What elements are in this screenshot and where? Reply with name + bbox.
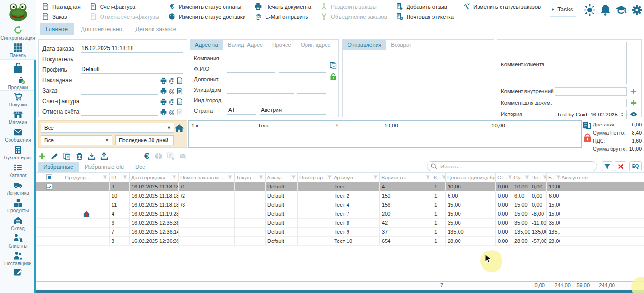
column-filter-icon[interactable] [291, 175, 296, 180]
address-field-input[interactable] [227, 54, 326, 62]
column-header-Цена за единицу бр...[interactable]: Цена за единицу бр... [446, 173, 496, 182]
tasks-button[interactable]: Tasks [550, 4, 576, 17]
column-filter-icon[interactable] [524, 175, 530, 180]
address-field-input[interactable] [227, 65, 275, 73]
column-header-Ст...[interactable]: Ст... [496, 173, 512, 182]
address-field-input[interactable]: AT [227, 107, 256, 115]
email-icon[interactable]: @ [168, 88, 175, 94]
column-filter-icon[interactable] [172, 175, 177, 180]
toolbar-button-printer[interactable]: Печать документа [255, 3, 311, 10]
column-filter-icon[interactable] [258, 175, 264, 180]
column-filter-icon[interactable] [441, 175, 446, 180]
address-tab-Адрес на[interactable]: Адрес на [190, 40, 223, 50]
invoice-list-icon[interactable] [583, 121, 591, 130]
toolbar-button-at[interactable]: @E-Mail отправить [255, 13, 311, 20]
row-checkbox[interactable] [46, 184, 52, 190]
shipments-tab-Возврат[interactable]: Возврат [386, 40, 416, 50]
export-icon[interactable] [100, 152, 108, 160]
address-field-input[interactable] [260, 96, 326, 104]
home-icon[interactable] [174, 123, 184, 133]
select-all-checkbox[interactable] [46, 174, 52, 180]
toolbar-button-invoice[interactable]: Счёт-фактура [90, 3, 160, 10]
sidebar-item-Продажи[interactable]: Продажи [0, 59, 36, 91]
locked-icon[interactable] [583, 133, 593, 143]
address-tab-Валид. Адрес[interactable]: Валид. Адрес [223, 40, 267, 50]
column-filter-icon[interactable] [507, 175, 512, 180]
tab-Главное[interactable]: Главное [40, 23, 74, 35]
sidebar-item-Продукты[interactable]: Продукты [0, 197, 36, 214]
address-tab-Прочее[interactable]: Прочее [267, 40, 296, 50]
sidebar-item-Сообщения[interactable]: Сообщения [0, 126, 36, 144]
tab-Детали заказов[interactable]: Детали заказов [129, 23, 183, 35]
column-header-Б...[interactable]: Б... [547, 173, 560, 182]
field-value[interactable] [81, 55, 183, 63]
column-header-Не...[interactable]: Не... [530, 173, 547, 182]
sidebar-item-Поставщики[interactable]: Поставщики [0, 250, 36, 267]
address-field-input[interactable] [227, 75, 326, 83]
client-comment-box[interactable] [555, 42, 627, 84]
add-document-comment-icon[interactable] [630, 99, 637, 106]
field-value[interactable] [81, 97, 158, 105]
column-filter-icon[interactable] [327, 175, 332, 180]
sidebar-item-Магазин[interactable]: Магазин [0, 108, 36, 126]
type-filter-select[interactable]: Все▼ [41, 135, 112, 145]
add-internal-comment-icon[interactable] [630, 88, 637, 95]
document-icon[interactable] [176, 77, 183, 84]
field-value[interactable] [81, 76, 158, 84]
unlock-icon[interactable] [329, 73, 337, 81]
delete-record-icon[interactable] [75, 152, 83, 160]
sidebar-item-Каталог[interactable]: Каталог [0, 161, 36, 179]
sidebar-item-Склад[interactable]: Склад [0, 214, 36, 232]
import-icon[interactable] [88, 152, 96, 160]
sidebar-item-edit[interactable] [0, 267, 36, 278]
toolbar-button-cube[interactable]: Изменить статус доставки [168, 13, 245, 20]
column-filter-icon[interactable] [425, 175, 430, 180]
copy-record-icon[interactable] [63, 152, 71, 160]
column-header-Аккаунт по[interactable]: Аккаунт по [560, 173, 644, 182]
period-input[interactable]: Последние 30 дней [115, 135, 174, 145]
column-filter-icon[interactable] [227, 175, 233, 180]
grid-tab-Избранные old[interactable]: Избранные old [80, 162, 129, 172]
column-filter-icon[interactable] [123, 175, 128, 180]
column-header-ID[interactable]: ID [110, 173, 130, 182]
table-row[interactable]: 1016.02.2025 11:18:18/2DefaultТест 21501… [36, 191, 644, 200]
email-icon[interactable]: @ [168, 109, 175, 115]
column-filter-icon[interactable] [556, 175, 560, 180]
sidebar-item-Бухгалтерия[interactable]: Бухгалтерия [0, 144, 36, 161]
education-icon[interactable] [615, 4, 627, 16]
print-icon[interactable] [160, 98, 167, 105]
field-value[interactable] [81, 108, 158, 116]
toolbar-button-invoice[interactable]: Заказ [42, 13, 81, 20]
filter-button[interactable] [602, 161, 613, 171]
copy-address-icon[interactable] [329, 62, 337, 69]
clear-filter-button[interactable] [615, 161, 626, 171]
table-row[interactable]: 716.02.2025 12:36:14DefaultТест 9371135,… [36, 228, 644, 237]
email-icon[interactable]: @ [168, 77, 175, 84]
table-row[interactable]: 916.02.2025 11:18:18/1DefaultТест4110,00… [36, 182, 644, 191]
grid-tab-Избранные[interactable]: Избранные [38, 162, 79, 172]
address-field-input[interactable] [297, 86, 326, 94]
table-row[interactable]: 416.02.2025 11:19:28DefaultТест 7200115,… [36, 209, 644, 219]
address-field-input[interactable] [227, 96, 256, 104]
column-header-Номер ар...[interactable]: Номер ар... [298, 173, 332, 182]
print-icon[interactable] [160, 77, 167, 84]
address-field-input[interactable] [227, 86, 294, 94]
spinner-icon[interactable] [619, 111, 625, 118]
column-header-К...[interactable]: К... [432, 173, 446, 182]
notifications-icon[interactable] [600, 4, 611, 16]
sidebar-item-Синхронизация[interactable]: Синхронизация [0, 24, 36, 42]
column-filter-icon[interactable] [542, 175, 547, 180]
email-icon[interactable]: @ [168, 98, 175, 105]
add-record-icon[interactable] [38, 152, 46, 160]
bottom-scrollbar[interactable] [36, 290, 644, 293]
column-header-Варианты[interactable]: Варианты [380, 173, 432, 182]
table-row[interactable]: 1116.02.2025 11:18:18/3DefaultТест 41561… [36, 200, 644, 209]
column-header-Текущ...[interactable]: Текущ... [235, 173, 266, 182]
grid-tab-Все[interactable]: Все [130, 162, 151, 172]
sidebar-item-Покупки[interactable]: Покупки [0, 91, 36, 108]
sidebar-item-Логистика[interactable]: Логистика [0, 179, 36, 197]
address-field-input[interactable]: Австрия [260, 107, 326, 115]
address-field-input[interactable] [279, 65, 327, 73]
field-value[interactable]: Default [81, 66, 183, 74]
column-filter-icon[interactable] [102, 175, 108, 180]
